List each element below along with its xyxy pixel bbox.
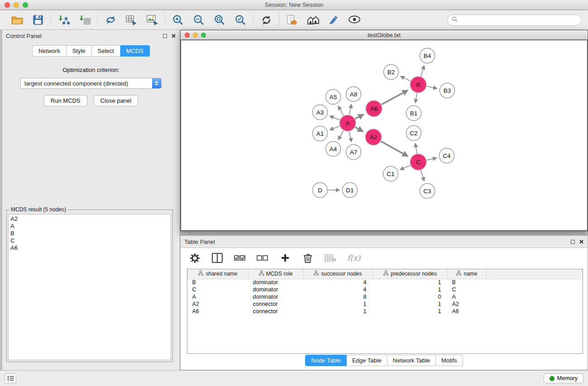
- float-table-panel-icon[interactable]: [571, 240, 575, 244]
- edge-A-A8[interactable]: [349, 105, 352, 114]
- memory-button[interactable]: Memory: [544, 373, 583, 383]
- node-C1[interactable]: C1: [383, 167, 398, 181]
- table-cell[interactable]: 8: [303, 293, 373, 300]
- network-view[interactable]: B4B2BB3A5A8A6A3B1AC2A1A2A4A7C4CC1DD1C3: [181, 40, 588, 231]
- table-cell[interactable]: 1: [303, 308, 373, 315]
- node-A1[interactable]: A1: [313, 126, 328, 141]
- edge-B-B3[interactable]: [427, 86, 437, 89]
- refresh-icon[interactable]: [260, 14, 272, 26]
- table-cell[interactable]: connector: [249, 300, 303, 308]
- window-controls[interactable]: [5, 2, 28, 8]
- table-row[interactable]: A6connector11A6: [188, 308, 583, 315]
- table-cell[interactable]: B: [448, 279, 487, 286]
- delete-row-icon[interactable]: [302, 252, 314, 264]
- table-cell[interactable]: connector: [249, 308, 303, 315]
- edge-A-A2[interactable]: [355, 127, 363, 131]
- node-B1[interactable]: B1: [406, 106, 421, 121]
- task-history-icon[interactable]: [5, 373, 16, 383]
- table-body[interactable]: Bdominator41BCdominator41CAdominator80AA…: [188, 279, 583, 315]
- table-cell[interactable]: B: [188, 279, 249, 286]
- mcds-result-item[interactable]: A2: [10, 215, 169, 223]
- copy-view-icon[interactable]: [286, 14, 298, 26]
- table-cell[interactable]: A6: [188, 308, 249, 315]
- open-session-icon[interactable]: [11, 14, 24, 26]
- column-header[interactable]: successor nodes: [303, 269, 373, 279]
- table-cell[interactable]: 1: [373, 286, 448, 293]
- edge-A-A6[interactable]: [355, 114, 363, 119]
- edge-A-A5[interactable]: [338, 106, 343, 116]
- table-row[interactable]: Bdominator41B: [188, 279, 583, 286]
- node-A[interactable]: A: [339, 115, 356, 131]
- tab-style[interactable]: Style: [67, 45, 92, 57]
- table-cell[interactable]: 1: [373, 308, 448, 315]
- add-row-icon[interactable]: [279, 252, 291, 264]
- table-settings-gear-icon[interactable]: [189, 252, 201, 264]
- select-all-icon[interactable]: [234, 252, 246, 264]
- node-B3[interactable]: B3: [440, 83, 455, 98]
- zoom-fit-icon[interactable]: [213, 14, 226, 26]
- edge-A-A1[interactable]: [330, 126, 339, 130]
- node-B4[interactable]: B4: [420, 48, 435, 63]
- new-network-icon[interactable]: [104, 14, 117, 26]
- mcds-result-item[interactable]: C: [10, 237, 169, 244]
- table-cell[interactable]: C: [448, 286, 487, 293]
- search-field[interactable]: [447, 14, 582, 26]
- node-B[interactable]: B: [410, 76, 426, 93]
- network-zoom-button[interactable]: [201, 33, 206, 38]
- tab-network-table[interactable]: Network Table: [387, 355, 436, 366]
- table-row[interactable]: Adominator80A: [188, 293, 583, 300]
- deselect-all-icon[interactable]: [257, 252, 268, 264]
- node-A3[interactable]: A3: [313, 105, 328, 120]
- close-window-button[interactable]: [5, 2, 10, 8]
- tab-motifs[interactable]: Motifs: [436, 355, 463, 366]
- node-C2[interactable]: C2: [406, 126, 421, 141]
- close-panel-button[interactable]: Close panel: [94, 95, 139, 106]
- table-cell[interactable]: A2: [448, 300, 487, 308]
- tab-network[interactable]: Network: [32, 45, 67, 57]
- column-header[interactable]: shared name: [188, 269, 249, 279]
- float-panel-icon[interactable]: [163, 34, 167, 38]
- mcds-result-item[interactable]: A: [10, 223, 169, 230]
- import-network-icon[interactable]: [57, 14, 70, 26]
- table-cell[interactable]: 4: [303, 286, 373, 293]
- zoom-in-icon[interactable]: [172, 14, 184, 26]
- save-session-icon[interactable]: [32, 14, 44, 26]
- table-cell[interactable]: dominator: [249, 293, 303, 300]
- node-A2[interactable]: A2: [365, 129, 382, 145]
- table-cell[interactable]: dominator: [249, 279, 303, 286]
- node-C4[interactable]: C4: [440, 148, 454, 163]
- edge-C-C1[interactable]: [401, 165, 411, 169]
- column-header[interactable]: name: [448, 269, 487, 279]
- table-cell[interactable]: 4: [303, 279, 373, 286]
- show-columns-icon[interactable]: [211, 252, 223, 264]
- close-panel-icon[interactable]: ✕: [171, 33, 176, 39]
- tab-edge-table[interactable]: Edge Table: [347, 355, 387, 366]
- table-cell[interactable]: A: [448, 293, 487, 300]
- edge-A2-C[interactable]: [381, 141, 408, 156]
- table-cell[interactable]: 0: [373, 293, 448, 300]
- mcds-result-item[interactable]: B: [10, 230, 169, 237]
- node-C[interactable]: C: [410, 154, 426, 170]
- search-input[interactable]: [460, 17, 577, 24]
- zoom-selected-icon[interactable]: [234, 14, 247, 26]
- eye-icon[interactable]: [348, 14, 361, 26]
- network-close-button[interactable]: [185, 33, 190, 38]
- node-A5[interactable]: A5: [326, 90, 341, 105]
- export-table-icon[interactable]: [125, 14, 138, 26]
- node-C3[interactable]: C3: [420, 184, 435, 199]
- zoom-out-icon[interactable]: [192, 14, 205, 26]
- edge-C-C3[interactable]: [421, 170, 424, 181]
- minimize-window-button[interactable]: [14, 2, 19, 8]
- run-mcds-button[interactable]: Run MCDS: [44, 95, 87, 106]
- home-icon[interactable]: [306, 14, 319, 26]
- node-D[interactable]: D: [313, 183, 328, 198]
- edge-A-A3[interactable]: [330, 116, 339, 120]
- node-A6[interactable]: A6: [366, 100, 382, 117]
- table-cell[interactable]: A6: [448, 308, 487, 315]
- network-minimize-button[interactable]: [193, 33, 198, 38]
- table-cell[interactable]: C: [188, 286, 249, 293]
- style-brush-icon[interactable]: [327, 14, 340, 26]
- edge-A-A4[interactable]: [339, 131, 344, 140]
- edge-B-B4[interactable]: [421, 66, 424, 76]
- tab-select[interactable]: Select: [92, 45, 120, 57]
